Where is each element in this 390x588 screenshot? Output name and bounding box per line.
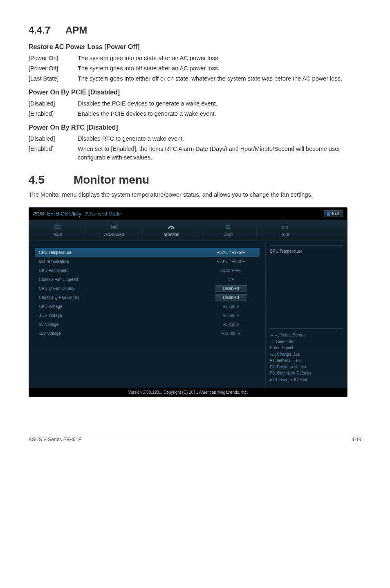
chip-icon xyxy=(110,224,118,230)
tab-boot[interactable]: Boot xyxy=(200,220,256,240)
svg-line-8 xyxy=(171,227,173,229)
bios-body: CPU Temperature+52ºC / +125ºF MB Tempera… xyxy=(29,240,347,388)
option-desc: Enables the PCIE devices to generate a w… xyxy=(78,110,361,118)
bios-tabs: Main Advanced Monitor Boot Tool xyxy=(29,220,347,240)
bios-title-text: EFI BIOS Utility - Advanced Mode xyxy=(47,211,121,217)
monitor-row-cpu-temp[interactable]: CPU Temperature+52ºC / +125ºF xyxy=(35,248,260,257)
tab-monitor[interactable]: Monitor xyxy=(143,220,199,240)
option-desc: When set to [Enabled], the items RTC Ala… xyxy=(78,145,361,162)
svg-rect-2 xyxy=(54,227,55,227)
bios-footer: Version 2.00.1201. Copyright (C) 2011 Am… xyxy=(29,388,347,397)
option-key: [Disabled] xyxy=(29,99,78,108)
help-line: F5: Optimized Defaults xyxy=(270,370,343,377)
option-key: [Power Off] xyxy=(29,64,78,73)
pcie-heading: Power On By PCIE [Disabled] xyxy=(29,89,361,96)
svg-rect-12 xyxy=(284,225,286,227)
page-footer: ASUS V-Series P8H61E 4-19 xyxy=(29,434,361,442)
footer-left: ASUS V-Series P8H61E xyxy=(29,437,81,442)
option-key: [Enabled] xyxy=(29,110,78,118)
tab-label: Tool xyxy=(281,232,289,237)
section-apm-number: 4.4.7 xyxy=(29,25,65,36)
row-label: 5V Voltage xyxy=(39,322,58,327)
monitor-row-cpu-voltage[interactable]: CPU Voltage+1.168 V xyxy=(35,302,260,311)
exit-button[interactable]: Exit xyxy=(324,210,343,217)
row-value: +38ºC / +100ºF xyxy=(206,259,256,264)
section-apm-heading: 4.4.7APM xyxy=(29,25,361,36)
rtc-item: [Enabled]When set to [Enabled], the item… xyxy=(29,145,361,162)
monitor-intro: The Monitor menu displays the system tem… xyxy=(29,191,361,199)
pcie-item: [Enabled]Enables the PCIE devices to gen… xyxy=(29,110,361,118)
tab-main[interactable]: Main xyxy=(29,220,85,240)
power-icon xyxy=(224,224,232,230)
monitor-section-title: Monitor menu xyxy=(74,173,149,186)
help-line: Enter: Select xyxy=(270,345,343,351)
option-desc: The system goes into on state after an A… xyxy=(78,54,361,63)
tab-label: Main xyxy=(52,232,62,237)
option-desc: The system goes into either off or on st… xyxy=(78,74,361,83)
help-line: +/-: Change Opt. xyxy=(270,351,343,358)
tab-tool[interactable]: Tool xyxy=(257,220,313,240)
option-key: [Power On] xyxy=(29,54,78,63)
help-panel: →←: Select Screen ↑↓: Select Item Enter:… xyxy=(270,328,343,383)
monitor-row-chassis-fan[interactable]: Chassis Fan 1 SpeedN/A xyxy=(35,275,260,284)
row-label: CPU Q-Fan Control xyxy=(39,286,74,291)
row-value: +12.096 V xyxy=(206,331,256,336)
dropdown-value[interactable]: Disabled xyxy=(215,294,248,301)
monitor-section-number: 4.5 xyxy=(29,173,74,186)
monitor-row-12v[interactable]: 12V Voltage+12.096 V xyxy=(35,329,260,338)
option-desc: Disables RTC to generate a wake event. xyxy=(78,135,361,143)
row-label: CPU Voltage xyxy=(39,304,62,309)
row-label: 3.3V Voltage xyxy=(39,313,62,318)
pcie-item: [Disabled]Disables the PCIE devices to g… xyxy=(29,99,361,108)
right-panel-title: CPU Temperature xyxy=(270,245,343,254)
row-value: +1.168 V xyxy=(206,304,256,309)
row-label: MB Temperature xyxy=(39,259,69,264)
row-value: +3.296 V xyxy=(206,313,256,318)
rtc-item: [Disabled]Disables RTC to generate a wak… xyxy=(29,135,361,143)
svg-rect-4 xyxy=(54,229,55,229)
row-value: Disabled xyxy=(206,285,256,292)
exit-label: Exit xyxy=(332,211,339,216)
bios-right-panel: CPU Temperature →←: Select Screen ↑↓: Se… xyxy=(265,240,347,388)
monitor-row-mb-temp[interactable]: MB Temperature+38ºC / +100ºF xyxy=(35,257,260,266)
monitor-row-3v3[interactable]: 3.3V Voltage+3.296 V xyxy=(35,311,260,320)
bios-title: /SUS EFI BIOS Utility - Advanced Mode xyxy=(33,211,121,217)
row-value: 2129 RPM xyxy=(206,268,256,273)
help-line: F1: General Help xyxy=(270,357,343,364)
option-key: [Enabled] xyxy=(29,145,78,162)
gauge-icon xyxy=(168,224,175,230)
exit-icon xyxy=(327,212,330,215)
option-desc: Disables the PCIE devices to generate a … xyxy=(78,99,361,108)
option-key: [Disabled] xyxy=(29,135,78,143)
svg-rect-0 xyxy=(54,225,55,226)
help-line: ↑↓: Select Item xyxy=(270,339,343,345)
row-value: +5.080 V xyxy=(206,322,256,327)
tab-advanced[interactable]: Advanced xyxy=(86,220,142,240)
help-line: F10: Save ESC: Exit xyxy=(270,377,343,383)
monitor-row-cpu-qfan[interactable]: CPU Q-Fan ControlDisabled xyxy=(35,284,260,293)
toolbox-icon xyxy=(281,224,289,230)
monitor-row-chassis-qfan[interactable]: Chassis Q-Fan ControlDisabled xyxy=(35,293,260,302)
svg-rect-7 xyxy=(113,226,116,228)
row-value: N/A xyxy=(206,277,256,282)
dropdown-value[interactable]: Disabled xyxy=(215,285,248,292)
bios-screenshot: /SUS EFI BIOS Utility - Advanced Mode Ex… xyxy=(29,207,347,397)
svg-rect-3 xyxy=(56,227,61,227)
row-value: Disabled xyxy=(206,294,256,301)
monitor-section-heading: 4.5Monitor menu xyxy=(29,173,361,186)
svg-rect-11 xyxy=(282,226,288,229)
help-line: →←: Select Screen xyxy=(270,332,343,339)
monitor-row-cpu-fan[interactable]: CPU Fan Speed2129 RPM xyxy=(35,266,260,275)
tab-label: Monitor xyxy=(164,232,179,237)
row-value: +52ºC / +125ºF xyxy=(206,250,256,255)
tab-label: Boot xyxy=(223,232,233,237)
svg-rect-1 xyxy=(56,225,61,226)
option-key: [Last State] xyxy=(29,74,78,83)
option-desc: The system goes into off state after an … xyxy=(78,64,361,73)
restore-item: [Last State]The system goes into either … xyxy=(29,74,361,83)
monitor-row-5v[interactable]: 5V Voltage+5.080 V xyxy=(35,320,260,329)
row-label: Chassis Fan 1 Speed xyxy=(39,277,78,282)
row-label: Chassis Q-Fan Control xyxy=(39,295,81,300)
restore-item: [Power Off]The system goes into off stat… xyxy=(29,64,361,73)
list-icon xyxy=(54,224,61,230)
